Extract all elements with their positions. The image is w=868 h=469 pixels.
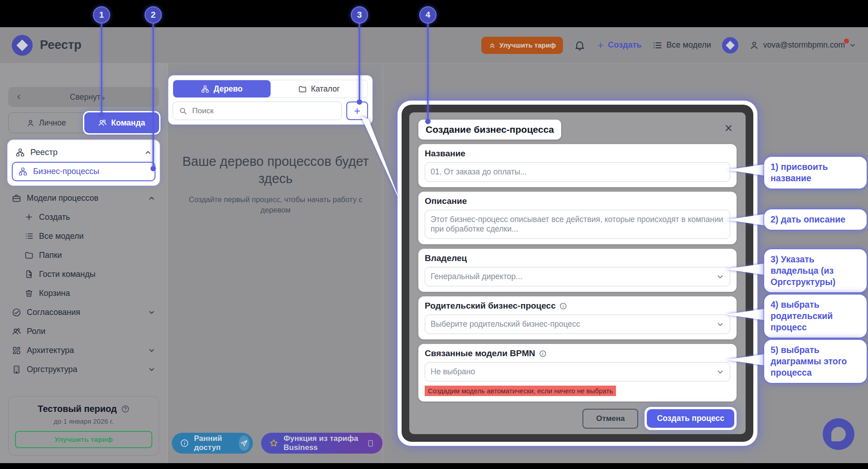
chat-widget-button[interactable] (823, 418, 854, 450)
name-input[interactable] (431, 167, 724, 177)
trial-upgrade-button[interactable]: Улучшить тариф (15, 431, 152, 448)
folder-icon (24, 251, 34, 260)
search-input[interactable] (191, 106, 336, 116)
field-owner: Владелец Генеральный директор... (418, 249, 737, 292)
tab-catalog[interactable]: Каталог (271, 80, 368, 97)
modal-frame: Создание бизнес-процесса ✕ Название Опис… (402, 105, 753, 442)
chat-bubble-icon (831, 427, 846, 441)
field-bpmn-label: Связанные модели BPMN (425, 348, 730, 358)
top-header: Реестр Улучшить тариф Создать (0, 27, 868, 63)
bpmn-models-select[interactable]: Не выбрано (425, 362, 730, 382)
owner-select[interactable]: Генеральный директор... (425, 267, 730, 286)
search-box (173, 102, 342, 120)
person-icon (749, 40, 759, 50)
paper-plane-icon (239, 435, 250, 451)
chevron-down-icon (716, 368, 724, 376)
field-name: Название (418, 144, 737, 187)
callout-3-owner: 3) Указать владельца (из Оргструктуры) (764, 249, 867, 292)
check-circle-icon (12, 308, 21, 317)
grid-icon (12, 346, 21, 355)
people-icon (98, 118, 107, 127)
description-textarea[interactable] (431, 215, 724, 234)
screenshot-stage: Реестр Улучшить тариф Создать (0, 0, 868, 469)
user-email: vova@stormbpmn.com (763, 40, 845, 50)
cancel-button[interactable]: Отмена (582, 409, 638, 429)
tab-team[interactable]: Команда (84, 112, 160, 133)
people-icon (12, 327, 21, 336)
sidebar-item-create[interactable]: Создать (8, 208, 159, 227)
field-description-label: Описание (425, 196, 730, 206)
person-icon (26, 119, 35, 127)
info-circle-icon[interactable] (559, 302, 567, 310)
tab-personal[interactable]: Личное (8, 112, 84, 133)
sidebar: Свернуть Личное Команда (0, 63, 168, 463)
field-name-label: Название (425, 149, 730, 159)
sidebar-item-trash[interactable]: Корзина (8, 284, 159, 303)
tab-tree[interactable]: Дерево (173, 80, 271, 97)
chevron-up-icon[interactable] (148, 194, 155, 202)
org-tree-icon (18, 167, 28, 176)
sidebar-item-org-structure[interactable]: Оргструктура (8, 360, 159, 379)
sidebar-item-team-guests[interactable]: Гости команды (8, 265, 159, 284)
field-parent-label: Родительский бизнес-процесс (425, 301, 730, 311)
sidebar-item-roles[interactable]: Роли (8, 322, 159, 341)
chevron-down-icon (716, 273, 724, 281)
user-menu[interactable]: vova@stormbpmn.com (749, 40, 856, 50)
upgrade-tariff-button[interactable]: Улучшить тариф (481, 37, 563, 54)
modal-body: Создание бизнес-процесса ✕ Название Опис… (409, 112, 746, 434)
scope-tabs: Личное Команда (8, 112, 159, 133)
tree-catalog-tabs: Дерево Каталог (173, 80, 368, 98)
step-badge-3: 3 (351, 6, 368, 24)
sidebar-item-folders[interactable]: Папки (8, 246, 159, 265)
chevron-down-icon (716, 320, 724, 329)
field-parent-process: Родительский бизнес-процесс Выберите род… (418, 296, 737, 339)
chevron-left-icon (15, 93, 23, 101)
bell-icon[interactable] (574, 39, 586, 51)
create-process-button[interactable]: Создать процесс (647, 409, 734, 428)
help-circle-icon[interactable] (121, 405, 130, 413)
header-all-models-button[interactable]: Все модели (652, 40, 711, 50)
sidebar-item-process-models[interactable]: Модели процессов (8, 189, 159, 208)
sidebar-item-approvals[interactable]: Согласования (8, 303, 159, 322)
auto-create-warning: Создадим модель автоматически, если ниче… (425, 386, 616, 396)
double-chevron-up-icon (489, 42, 496, 49)
tree-controls-card: Дерево Каталог (169, 76, 372, 124)
sidebar-item-business-processes[interactable]: Бизнес-процессы (12, 162, 155, 181)
close-icon[interactable]: ✕ (724, 123, 733, 134)
trial-title: Тестовый период (38, 404, 130, 414)
step-badge-4: 4 (419, 6, 436, 24)
add-process-button[interactable]: + (346, 102, 368, 120)
field-bpmn-models: Связанные модели BPMN Не выбрано Создади… (418, 344, 737, 401)
building-icon (12, 365, 21, 374)
search-icon (179, 106, 187, 115)
chevron-down-icon[interactable] (148, 347, 155, 354)
collapse-sidebar-button[interactable]: Свернуть (8, 87, 159, 107)
brand-logo-icon (12, 35, 33, 56)
document-icon (367, 440, 374, 447)
create-process-modal: Создание бизнес-процесса ✕ Название Опис… (398, 101, 757, 446)
parent-process-select[interactable]: Выберите родительский бизнес-процесс (425, 314, 730, 334)
sidebar-item-all-models[interactable]: Все модели (8, 227, 159, 246)
callout-5-diagrams: 5) выбрать диаграммы этого процесса (764, 340, 867, 383)
chevron-down-icon[interactable] (148, 366, 155, 373)
workspace-avatar[interactable] (722, 37, 738, 53)
early-access-button[interactable]: Ранний доступ (172, 433, 253, 454)
page-title: Реестр (40, 38, 82, 52)
info-circle-icon (180, 439, 189, 448)
registry-group: Реестр Бизнес-процессы (8, 140, 159, 185)
briefcase-icon (12, 193, 21, 203)
chevron-down-icon[interactable] (148, 309, 155, 316)
sidebar-item-architecture[interactable]: Архитектура (8, 341, 159, 360)
chevron-down-icon (849, 42, 856, 49)
header-create-button[interactable]: Создать (596, 40, 641, 50)
sidebar-item-registry[interactable]: Реестр (12, 144, 155, 160)
document-export-icon (24, 270, 34, 279)
empty-state-title: Ваше дерево процессов будет здесь (173, 153, 378, 187)
plus-icon (596, 41, 605, 49)
empty-state: Ваше дерево процессов будет здесь Создай… (173, 153, 378, 216)
business-feature-button[interactable]: Функция из тарифа Business (261, 433, 383, 454)
info-circle-icon[interactable] (539, 350, 547, 358)
trial-period-card: Тестовый период до 1 января 2026 г. Улуч… (8, 396, 159, 456)
list-icon (24, 232, 34, 241)
chevron-up-icon[interactable] (144, 149, 152, 156)
